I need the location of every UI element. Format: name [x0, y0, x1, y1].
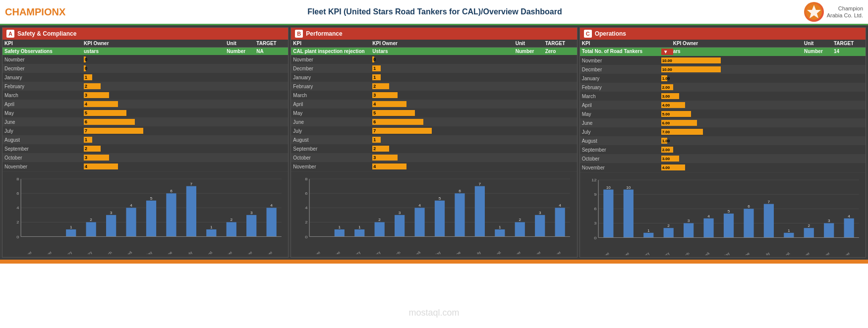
- panel-safety-header: A Safety & Compliance: [2, 28, 288, 40]
- svg-text:9: 9: [594, 192, 596, 197]
- svg-text:October: October: [240, 250, 254, 254]
- svg-rect-40: [227, 222, 236, 236]
- svg-text:April: April: [124, 250, 133, 254]
- perf-kpi-owner: Ustars: [372, 49, 515, 54]
- bar-cell: 7: [372, 128, 575, 134]
- svg-text:March: March: [390, 251, 402, 254]
- data-row: Novmber 10.00: [580, 56, 866, 65]
- bar-value: 2: [84, 83, 101, 89]
- svg-text:January: January: [637, 251, 650, 255]
- data-row: October 3: [291, 153, 577, 162]
- panel-performance-header: B Performance: [291, 28, 577, 40]
- month-label: September: [582, 147, 661, 153]
- data-row: July 7: [291, 126, 577, 135]
- bar-cell: 10.00: [661, 66, 864, 72]
- bar-cell: 4: [84, 164, 286, 169]
- bar-cell: 2: [84, 146, 286, 152]
- svg-text:1: 1: [358, 225, 361, 229]
- bar-value: 4.00: [661, 164, 685, 170]
- bar-cell: 7: [84, 128, 286, 134]
- bar-value: 5.00: [661, 111, 691, 117]
- data-row: September 2.00: [580, 145, 866, 154]
- bar-value: 1: [84, 74, 92, 80]
- bar-value: 2: [372, 146, 389, 152]
- svg-rect-147: [844, 219, 854, 238]
- svg-text:June: June: [452, 251, 462, 254]
- data-row: January 1.00: [580, 74, 866, 83]
- data-row: April 4: [2, 100, 288, 109]
- data-row: November 4: [291, 162, 577, 171]
- data-row: April 4.00: [580, 101, 866, 109]
- month-label: May: [293, 110, 372, 116]
- svg-text:2: 2: [16, 220, 19, 224]
- svg-text:4: 4: [130, 204, 132, 208]
- month-label: May: [582, 111, 661, 117]
- svg-rect-135: [763, 204, 773, 238]
- svg-rect-19: [86, 222, 96, 236]
- bar-cell: 2: [372, 83, 575, 89]
- svg-text:1: 1: [499, 225, 501, 229]
- svg-text:July: July: [473, 250, 482, 254]
- bar-value: 1.00: [661, 138, 667, 144]
- data-row: September 2: [291, 144, 577, 153]
- bar-cell: 6: [372, 119, 575, 125]
- svg-text:November: November: [834, 251, 851, 255]
- perf-kpi-name: CAL plant inspection rejection: [293, 49, 372, 54]
- svg-text:Decmber: Decmber: [327, 250, 342, 254]
- perf-table-header: KPI KPI Owner Unit TARGET: [291, 40, 577, 48]
- brand-logo-icon: [804, 2, 824, 22]
- bar-value: 4: [372, 164, 406, 169]
- svg-rect-132: [744, 209, 753, 237]
- safety-chart: 86420NovmberDecmber1January2February3Mar…: [2, 172, 288, 256]
- svg-text:September: September: [505, 250, 522, 254]
- month-label: Decmber: [293, 66, 372, 71]
- data-row: February 2: [291, 82, 577, 91]
- target-col-header: TARGET: [256, 41, 286, 46]
- bar-value: 0: [84, 65, 86, 71]
- logo: CHAMPIONX: [5, 6, 65, 18]
- bar-cell: 4: [84, 101, 286, 107]
- ops-unit: Number: [804, 49, 834, 55]
- svg-text:5: 5: [727, 210, 730, 214]
- bar-cell: 5.00: [661, 111, 864, 117]
- svg-text:Decmber: Decmber: [38, 250, 53, 254]
- svg-text:January: January: [348, 250, 362, 254]
- svg-text:4: 4: [305, 206, 308, 210]
- bar-cell: 3: [84, 92, 286, 98]
- bar-cell: 4.00: [661, 102, 864, 108]
- month-label: May: [4, 110, 84, 116]
- data-row: January 1: [2, 73, 288, 82]
- svg-text:3: 3: [399, 211, 401, 215]
- ops-dropdown-icon[interactable]: ▼: [661, 49, 673, 55]
- panel-performance-title: Performance: [306, 30, 342, 37]
- data-row: June 6: [291, 117, 577, 126]
- svg-rect-43: [246, 215, 256, 237]
- month-label: July: [4, 128, 84, 134]
- svg-text:April: April: [412, 250, 422, 254]
- data-row: Decmber 1: [291, 64, 577, 73]
- svg-text:Decmber: Decmber: [615, 251, 631, 255]
- month-label: June: [293, 119, 372, 125]
- svg-text:August: August: [778, 251, 791, 255]
- month-label: November: [582, 165, 661, 170]
- svg-text:2: 2: [230, 218, 232, 222]
- section-letter-c: C: [584, 30, 592, 38]
- svg-text:May: May: [433, 250, 442, 254]
- svg-rect-69: [375, 222, 385, 236]
- bottom-bar: [0, 260, 868, 264]
- bar-value: 4: [84, 164, 118, 169]
- svg-text:August: August: [201, 250, 214, 254]
- svg-text:3: 3: [594, 221, 596, 225]
- data-row: August 1.00: [580, 136, 866, 145]
- svg-text:November: November: [257, 250, 274, 254]
- safety-kpi-name: Safety Observations: [4, 49, 84, 54]
- svg-text:6: 6: [305, 191, 308, 196]
- svg-text:1: 1: [788, 228, 790, 232]
- month-label: October: [4, 155, 84, 161]
- svg-rect-72: [395, 215, 405, 237]
- bar-value: 1: [372, 137, 381, 143]
- svg-text:March: March: [102, 251, 113, 254]
- ops-table-header: KPI KPI Owner Unit TARGET: [580, 40, 866, 48]
- svg-text:September: September: [793, 251, 811, 255]
- svg-text:February: February: [655, 251, 670, 255]
